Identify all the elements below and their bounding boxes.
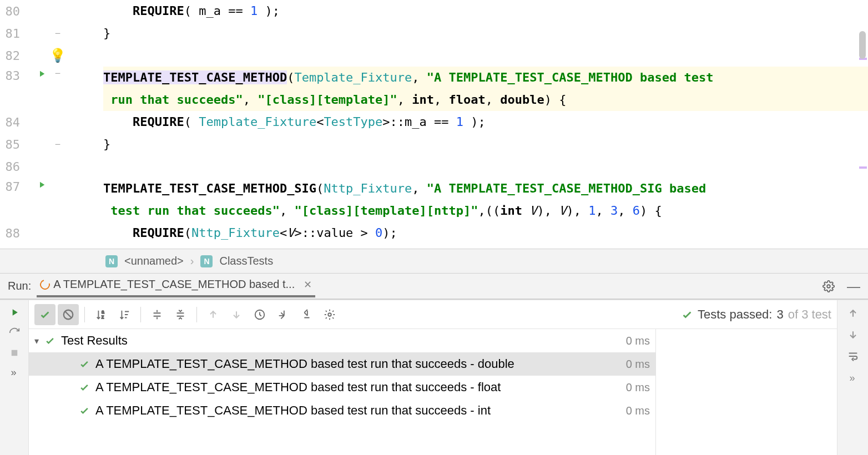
next-test-icon[interactable] (226, 304, 247, 325)
test-time: 0 ms (626, 358, 650, 371)
svg-rect-1 (11, 350, 17, 356)
check-icon (79, 358, 90, 370)
code-line[interactable]: } (103, 22, 868, 44)
test-time: 0 ms (626, 405, 650, 417)
test-tree-root[interactable]: ▾ Test Results 0 ms (29, 329, 655, 352)
test-config-icon (40, 280, 50, 290)
code-line[interactable]: } (103, 133, 868, 155)
fold-icon[interactable]: ─ (51, 140, 64, 149)
arrow-up-icon[interactable] (847, 308, 859, 319)
run-tool-header: Run: A TEMPLATE_TEST_CASE_METHOD based t… (0, 273, 868, 300)
chevron-down-icon[interactable]: ▾ (34, 336, 39, 346)
svg-text:z: z (102, 315, 104, 320)
test-time: 0 ms (626, 335, 650, 347)
show-passed-button[interactable] (34, 304, 55, 325)
code-editor[interactable]: 8081─82💡83─8485─868788 REQUIRE( m_a == 1… (0, 0, 868, 249)
import-tests-icon[interactable] (272, 304, 294, 325)
test-console[interactable] (656, 329, 837, 455)
test-result-row[interactable]: A TEMPLATE_TEST_CASE_METHOD based test r… (29, 376, 655, 399)
export-tests-icon[interactable] (296, 304, 317, 325)
show-ignored-button[interactable] (58, 304, 79, 325)
more-icon[interactable]: » (11, 367, 17, 378)
code-line[interactable] (103, 44, 868, 67)
run-test-icon[interactable] (32, 69, 51, 79)
svg-point-6 (328, 313, 331, 316)
code-line[interactable]: REQUIRE(Nttp_Fixture<V>::value > 0); (103, 222, 868, 244)
check-icon (79, 405, 90, 416)
stop-icon[interactable] (9, 348, 19, 358)
test-time: 0 ms (626, 381, 650, 394)
namespace-icon: N (200, 255, 213, 267)
settings-icon[interactable] (319, 304, 340, 325)
test-result-label: A TEMPLATE_TEST_CASE_METHOD based test r… (95, 357, 514, 371)
svg-point-0 (827, 285, 830, 288)
breadcrumb: N <unnamed> › N ClassTests (0, 249, 868, 273)
test-tree-root-label: Test Results (61, 333, 128, 348)
gear-icon[interactable] (822, 280, 835, 292)
breadcrumb-item[interactable]: ClassTests (219, 255, 273, 267)
breadcrumb-item[interactable]: <unnamed> (124, 255, 184, 267)
soft-wrap-icon[interactable] (847, 350, 859, 362)
prev-test-icon[interactable] (203, 304, 224, 325)
minimize-icon[interactable]: — (847, 279, 860, 294)
namespace-icon: N (105, 255, 118, 267)
expand-all-icon[interactable] (147, 304, 168, 325)
test-result-label: A TEMPLATE_TEST_CASE_METHOD based test r… (95, 380, 501, 395)
code-line[interactable] (103, 155, 868, 178)
breadcrumb-separator: › (190, 255, 194, 267)
toggle-auto-test-icon[interactable] (8, 327, 21, 339)
check-icon (44, 335, 55, 346)
test-result-row[interactable]: A TEMPLATE_TEST_CASE_METHOD based test r… (29, 399, 655, 422)
code-line[interactable]: REQUIRE( m_a == 1 ); (103, 0, 868, 22)
rerun-icon[interactable] (9, 307, 20, 318)
code-line[interactable]: TEMPLATE_TEST_CASE_METHOD(Template_Fixtu… (103, 67, 868, 111)
code-line[interactable]: TEMPLATE_TEST_CASE_METHOD_SIG(Nttp_Fixtu… (103, 178, 868, 222)
test-result-row[interactable]: A TEMPLATE_TEST_CASE_METHOD based test r… (29, 352, 655, 376)
code-line[interactable]: REQUIRE( Template_Fixture<TestType>::m_a… (103, 111, 868, 133)
editor-gutter: 8081─82💡83─8485─868788 (0, 0, 100, 249)
test-result-label: A TEMPLATE_TEST_CASE_METHOD based test r… (95, 403, 491, 418)
run-tool-window: » az (0, 300, 868, 455)
sort-duration-icon[interactable] (114, 304, 135, 325)
fold-icon[interactable]: ─ (51, 29, 64, 38)
run-label: Run: (8, 280, 31, 292)
test-filter-toolbar: az (29, 300, 837, 329)
scroll-thumb[interactable] (859, 31, 866, 59)
check-icon (681, 309, 693, 321)
run-test-icon[interactable] (32, 180, 51, 190)
fold-icon[interactable]: ─ (51, 69, 64, 78)
test-tree[interactable]: ▾ Test Results 0 ms A TEMPLATE_TEST_CASE… (29, 329, 656, 455)
editor-scrollbar[interactable] (858, 0, 867, 249)
tests-passed-label: Tests passed: 3 of 3 test (681, 307, 831, 322)
run-config-title: A TEMPLATE_TEST_CASE_METHOD based t... (53, 278, 295, 291)
run-left-toolbar: » (0, 300, 29, 455)
more-icon[interactable]: » (849, 372, 856, 384)
sort-alpha-icon[interactable]: az (90, 304, 112, 325)
check-icon (79, 382, 90, 393)
scroll-marker (859, 166, 867, 169)
svg-text:a: a (102, 310, 104, 315)
close-icon[interactable]: ✕ (298, 279, 312, 291)
collapse-all-icon[interactable] (170, 304, 191, 325)
test-history-icon[interactable] (249, 304, 270, 325)
run-config-tab[interactable]: A TEMPLATE_TEST_CASE_METHOD based t... ✕ (37, 275, 315, 297)
code-area[interactable]: REQUIRE( m_a == 1 );}TEMPLATE_TEST_CASE_… (100, 0, 868, 249)
arrow-down-icon[interactable] (847, 329, 859, 340)
console-right-toolbar: » (837, 300, 868, 455)
lightbulb-icon[interactable]: 💡 (49, 48, 66, 63)
